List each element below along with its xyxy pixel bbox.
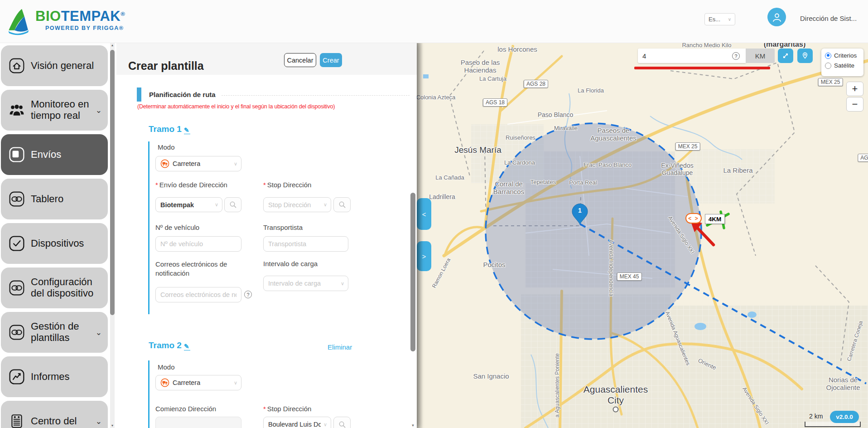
stop-address-select[interactable]: Boulevard Luis Do... ∨ bbox=[263, 417, 331, 428]
section-divider bbox=[222, 95, 410, 96]
red-underline-annotation bbox=[634, 67, 770, 69]
layer-option-criterios[interactable]: Criterios bbox=[825, 52, 863, 59]
scroll-up-icon[interactable]: ▲ bbox=[110, 44, 115, 47]
chart-trend-icon bbox=[9, 369, 25, 385]
panel-scrollbar-thumb[interactable] bbox=[410, 193, 415, 351]
sidebar-item-dispositivos[interactable]: Dispositivos bbox=[1, 223, 108, 264]
required-asterisk: * bbox=[155, 181, 158, 189]
modo-label: Modo bbox=[158, 363, 175, 371]
radius-input[interactable] bbox=[638, 49, 746, 63]
scroll-down-icon[interactable]: ▼ bbox=[410, 423, 415, 428]
interval-select[interactable]: Intervalo de carga ∨ bbox=[263, 276, 348, 291]
cancel-button[interactable]: Cancelar bbox=[284, 53, 316, 67]
sidebar-item-vision-general[interactable]: Visión general bbox=[1, 45, 108, 86]
required-asterisk: * bbox=[263, 405, 266, 413]
person-icon bbox=[772, 12, 782, 23]
distance-label: 4KM bbox=[705, 214, 725, 224]
collapse-panel-tab[interactable]: < bbox=[417, 198, 431, 230]
chevron-down-icon: ∨ bbox=[728, 17, 731, 22]
sidebar-item-centro[interactable]: Centro del ⌄ bbox=[1, 401, 108, 428]
help-icon[interactable]: ? bbox=[244, 291, 252, 298]
location-pin-icon bbox=[800, 51, 810, 60]
link-icon bbox=[9, 324, 25, 340]
resize-diagonal-icon bbox=[781, 51, 790, 60]
carrier-input[interactable] bbox=[263, 236, 348, 252]
edit-icon[interactable]: ✎ bbox=[184, 127, 190, 134]
road-badge: MEX 25 bbox=[818, 78, 843, 86]
stop-address-select[interactable]: Stop Dirección ∨ bbox=[263, 197, 331, 212]
sidebar-item-monitoreo[interactable]: Monitoreo en tiempo real ⌄ bbox=[1, 90, 108, 131]
chevron-down-icon: ⌄ bbox=[96, 106, 102, 115]
search-icon bbox=[338, 201, 346, 209]
map-layer-switcher: Criterios Satélite bbox=[821, 49, 863, 76]
carrier-label: Transportista bbox=[263, 224, 303, 231]
logo-wordmark: BIOTEMPAK® bbox=[35, 6, 125, 24]
delete-tramo-link[interactable]: Eliminar bbox=[328, 343, 352, 351]
modo-select[interactable]: Carretera ∨ bbox=[155, 156, 241, 171]
create-template-panel: Crear plantilla Cancelar Crear Planifica… bbox=[116, 43, 417, 428]
chevron-right-icon: > bbox=[422, 253, 426, 260]
edit-icon[interactable]: ✎ bbox=[184, 343, 190, 350]
zoom-in-button[interactable]: + bbox=[846, 82, 863, 96]
expand-panel-tab[interactable]: > bbox=[417, 241, 431, 271]
emails-label: Correos electrónicos de notificación bbox=[155, 260, 253, 278]
start-address-input[interactable] bbox=[155, 417, 241, 428]
section-title: Planificación de ruta bbox=[149, 91, 216, 98]
stop-address-search-button[interactable] bbox=[333, 197, 351, 212]
chevron-down-icon: ∨ bbox=[215, 202, 218, 208]
sidebar-item-informes[interactable]: Informes bbox=[1, 356, 108, 397]
tramo2-title: Tramo 2 ✎ bbox=[149, 340, 190, 350]
link-icon bbox=[9, 191, 25, 207]
stop-label: *Stop Dirección bbox=[263, 181, 311, 189]
language-value: Es... bbox=[709, 16, 720, 23]
sidebar-item-configuracion[interactable]: Configuración del dispositivo bbox=[1, 268, 108, 308]
expand-map-button[interactable] bbox=[778, 49, 793, 63]
vehicle-input[interactable] bbox=[155, 236, 241, 252]
search-icon bbox=[229, 201, 237, 209]
chevron-down-icon: ∨ bbox=[341, 281, 344, 287]
stop-address-search-button[interactable] bbox=[333, 417, 351, 428]
truck-icon bbox=[160, 159, 169, 168]
from-address-search-button[interactable] bbox=[224, 197, 241, 212]
road-badge: AGS 28 bbox=[524, 80, 548, 88]
chevron-left-icon: < bbox=[422, 210, 426, 218]
user-name[interactable]: Dirección de Sist... bbox=[800, 15, 857, 22]
vehicle-label: Nº de vehículo bbox=[155, 224, 199, 231]
emails-input[interactable] bbox=[155, 287, 241, 302]
language-selector[interactable]: Es... ∨ bbox=[704, 13, 735, 25]
layer-option-satelite[interactable]: Satélite bbox=[825, 62, 863, 69]
user-avatar[interactable] bbox=[767, 8, 786, 26]
map-scale-label: 2 km bbox=[809, 413, 823, 420]
locate-button[interactable] bbox=[797, 49, 813, 63]
help-icon[interactable]: ? bbox=[732, 52, 740, 60]
chevron-down-icon: ∨ bbox=[234, 161, 237, 167]
road-badge: MEX 45 bbox=[617, 272, 642, 281]
create-button[interactable]: Crear bbox=[320, 53, 342, 67]
sidebar-scrollbar[interactable]: ▲ ▼ bbox=[110, 43, 115, 428]
tramo2-group: Modo Carretera ∨ Comienzo Dirección *Sto… bbox=[148, 360, 405, 428]
from-address-select[interactable]: Biotempak ∨ bbox=[155, 197, 222, 212]
section-note: (Determinar automáticamente el inicio y … bbox=[137, 103, 335, 110]
radio-selected-icon bbox=[825, 53, 831, 59]
sidebar-nav: Visión general Monitoreo en tiempo real … bbox=[0, 43, 116, 428]
radius-drag-handle[interactable]: < > bbox=[685, 213, 702, 224]
map-canvas[interactable]: los Horcones Rancho Medio Kilo (margarit… bbox=[417, 43, 868, 428]
chevron-down-icon: ⌄ bbox=[96, 417, 102, 426]
modo-select[interactable]: Carretera ∨ bbox=[155, 375, 241, 390]
zoom-out-button[interactable]: − bbox=[846, 97, 863, 112]
tramo1-title: Tramo 1 ✎ bbox=[149, 124, 190, 134]
app-window: BIOTEMPAK® POWERED BY FRIGGA® Es... ∨ Di… bbox=[0, 0, 868, 428]
logo-triangle-icon bbox=[5, 6, 32, 36]
section-accent-bar bbox=[137, 88, 141, 102]
top-bar: BIOTEMPAK® POWERED BY FRIGGA® Es... ∨ Di… bbox=[0, 0, 868, 43]
interval-label: Intervalo de carga bbox=[263, 260, 318, 268]
sidebar-item-envios[interactable]: Envíos bbox=[1, 134, 108, 175]
scroll-down-icon[interactable]: ▼ bbox=[110, 424, 115, 427]
sidebar-scrollbar-thumb[interactable] bbox=[110, 50, 115, 315]
sidebar-item-gestion-plantillas[interactable]: Gestión de plantillas ⌄ bbox=[1, 312, 108, 353]
road-badge: AGS bbox=[858, 154, 868, 162]
sidebar-item-tablero[interactable]: Tablero bbox=[1, 179, 108, 219]
panel-scrollbar[interactable] bbox=[410, 75, 415, 423]
home-icon bbox=[9, 58, 25, 74]
radius-unit: KM bbox=[746, 49, 775, 63]
